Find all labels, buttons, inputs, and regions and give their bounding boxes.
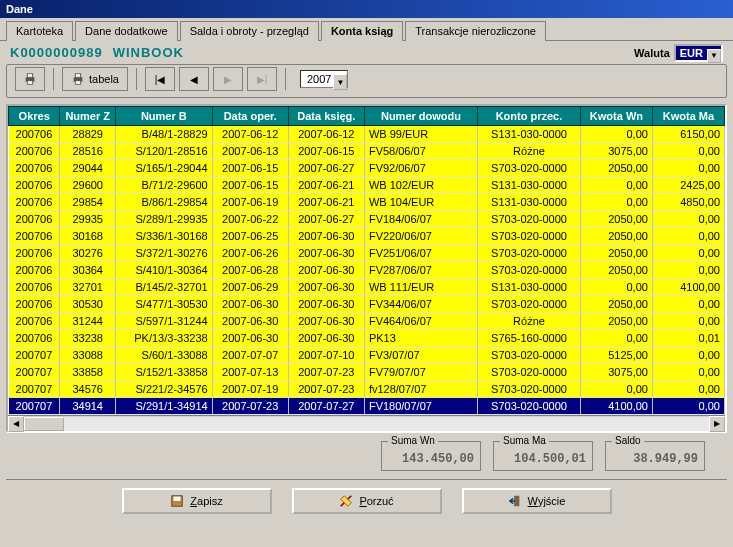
cell: S/410/1-30364 xyxy=(115,262,212,279)
cell: 2007-07-27 xyxy=(288,398,364,415)
cell: S131-030-0000 xyxy=(478,126,581,143)
discard-icon xyxy=(339,494,353,508)
tabela-label: tabela xyxy=(89,73,119,85)
scroll-thumb[interactable] xyxy=(24,417,64,431)
column-header[interactable]: Numer Z xyxy=(60,107,116,126)
table-row[interactable]: 20070629854B/86/1-298542007-06-192007-06… xyxy=(9,194,725,211)
tab-0[interactable]: Kartoteka xyxy=(6,21,73,41)
saldo-value: 38.949,99 xyxy=(612,452,698,466)
cell: 2050,00 xyxy=(580,296,652,313)
tab-1[interactable]: Dane dodatkowe xyxy=(75,21,178,41)
tab-3[interactable]: Konta ksiąg xyxy=(321,21,403,41)
table-row[interactable]: 20070628829B/48/1-288292007-06-122007-06… xyxy=(9,126,725,143)
column-header[interactable]: Kwota Ma xyxy=(652,107,724,126)
cell: S703-020-0000 xyxy=(478,211,581,228)
save-label: Zapisz xyxy=(190,495,222,507)
cell: S/165/1-29044 xyxy=(115,160,212,177)
cell: Różne xyxy=(478,313,581,330)
cell: 30168 xyxy=(60,228,116,245)
window-titlebar: Dane xyxy=(0,0,733,18)
cell: 200706 xyxy=(9,211,60,228)
cell: S703-020-0000 xyxy=(478,398,581,415)
nav-prev-button[interactable]: ◀ xyxy=(179,67,209,91)
cell: WB 111/EUR xyxy=(364,279,477,296)
cell: 4100,00 xyxy=(580,398,652,415)
cell: 2050,00 xyxy=(580,262,652,279)
table-row[interactable]: 20070630364S/410/1-303642007-06-282007-0… xyxy=(9,262,725,279)
cell: FV180/07/07 xyxy=(364,398,477,415)
cell: S703-020-0000 xyxy=(478,364,581,381)
nav-first-button[interactable]: |◀ xyxy=(145,67,175,91)
exit-label: Wyjście xyxy=(528,495,566,507)
cell: 200706 xyxy=(9,177,60,194)
cell: 2425,00 xyxy=(652,177,724,194)
cell: 2050,00 xyxy=(580,313,652,330)
svg-rect-5 xyxy=(75,81,80,85)
cell: 200706 xyxy=(9,279,60,296)
table-row[interactable]: 20070734576S/221/2-345762007-07-192007-0… xyxy=(9,381,725,398)
cell: FV464/06/07 xyxy=(364,313,477,330)
column-header[interactable]: Numer dowodu xyxy=(364,107,477,126)
print-button[interactable] xyxy=(15,67,45,91)
cell: 200706 xyxy=(9,330,60,347)
table-row[interactable]: 20070633238PK/13/3-332382007-06-302007-0… xyxy=(9,330,725,347)
column-header[interactable]: Numer B xyxy=(115,107,212,126)
table-row[interactable]: 20070630530S/477/1-305302007-06-302007-0… xyxy=(9,296,725,313)
column-header[interactable]: Data oper. xyxy=(212,107,288,126)
cell: 28829 xyxy=(60,126,116,143)
cell: S/597/1-31244 xyxy=(115,313,212,330)
cell: S703-020-0000 xyxy=(478,381,581,398)
prev-icon: ◀ xyxy=(190,74,198,85)
scroll-right-icon[interactable]: ▶ xyxy=(709,416,725,432)
cell: S/152/1-33858 xyxy=(115,364,212,381)
table-row[interactable]: 20070733858S/152/1-338582007-07-132007-0… xyxy=(9,364,725,381)
cell: 2007-06-25 xyxy=(212,228,288,245)
cell: 34914 xyxy=(60,398,116,415)
nav-next-button[interactable]: ▶ xyxy=(213,67,243,91)
table-row[interactable]: 20070733088S/60/1-330882007-07-072007-07… xyxy=(9,347,725,364)
tab-2[interactable]: Salda i obroty - przegląd xyxy=(180,21,319,41)
save-button[interactable]: Zapisz xyxy=(122,488,272,514)
column-header[interactable]: Kwota Wn xyxy=(580,107,652,126)
cell: 2007-06-12 xyxy=(288,126,364,143)
table-row[interactable]: 20070632701B/145/2-327012007-06-292007-0… xyxy=(9,279,725,296)
footer-buttons: Zapisz Porzuć Wyjście xyxy=(6,479,727,520)
cell: 2007-06-30 xyxy=(288,313,364,330)
horizontal-scrollbar[interactable]: ◀ ▶ xyxy=(8,415,725,431)
discard-button[interactable]: Porzuć xyxy=(292,488,442,514)
cell: S/336/1-30168 xyxy=(115,228,212,245)
exit-button[interactable]: Wyjście xyxy=(462,488,612,514)
cell: 2050,00 xyxy=(580,160,652,177)
cell: 2007-06-29 xyxy=(212,279,288,296)
table-row[interactable]: 20070629044S/165/1-290442007-06-152007-0… xyxy=(9,160,725,177)
cell: 2007-06-26 xyxy=(212,245,288,262)
cell: 33858 xyxy=(60,364,116,381)
tabela-button[interactable]: tabela xyxy=(62,67,128,91)
cell: 2050,00 xyxy=(580,228,652,245)
table-row[interactable]: 20070630168S/336/1-301682007-06-252007-0… xyxy=(9,228,725,245)
table-row[interactable]: 20070628516S/120/1-285162007-06-132007-0… xyxy=(9,143,725,160)
cell: 0,00 xyxy=(580,194,652,211)
table-row[interactable]: 20070629600B/71/2-296002007-06-152007-06… xyxy=(9,177,725,194)
table-row[interactable]: 20070734914S/291/1-349142007-07-232007-0… xyxy=(9,398,725,415)
scroll-track[interactable] xyxy=(24,417,709,431)
tab-4[interactable]: Transakcje nierozliczone xyxy=(405,21,546,41)
cell: 2007-06-21 xyxy=(288,194,364,211)
chevron-down-icon[interactable]: ▼ xyxy=(333,74,347,90)
cell: WB 99/EUR xyxy=(364,126,477,143)
chevron-down-icon[interactable]: ▼ xyxy=(707,49,721,63)
column-header[interactable]: Data księg. xyxy=(288,107,364,126)
table-row[interactable]: 20070630276S/372/1-302762007-06-262007-0… xyxy=(9,245,725,262)
nav-last-button[interactable]: ▶| xyxy=(247,67,277,91)
column-header[interactable]: Okres xyxy=(9,107,60,126)
last-icon: ▶| xyxy=(257,74,268,85)
cell: 0,00 xyxy=(652,262,724,279)
scroll-left-icon[interactable]: ◀ xyxy=(8,416,24,432)
cell: S/60/1-33088 xyxy=(115,347,212,364)
cell: 2007-07-07 xyxy=(212,347,288,364)
svg-rect-4 xyxy=(75,74,80,78)
table-row[interactable]: 20070631244S/597/1-312442007-06-302007-0… xyxy=(9,313,725,330)
cell: S703-020-0000 xyxy=(478,347,581,364)
table-row[interactable]: 20070629935S/289/1-299352007-06-222007-0… xyxy=(9,211,725,228)
column-header[interactable]: Konto przec. xyxy=(478,107,581,126)
